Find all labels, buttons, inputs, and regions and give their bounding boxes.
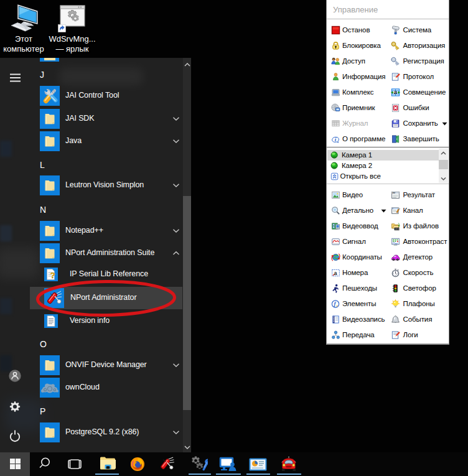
svg-text:1O1O: 1O1O xyxy=(395,228,400,230)
svg-text:a: a xyxy=(334,270,337,276)
svg-text:x: x xyxy=(335,304,338,307)
svg-text:a: a xyxy=(394,89,397,95)
svg-text:XV: XV xyxy=(392,192,395,194)
